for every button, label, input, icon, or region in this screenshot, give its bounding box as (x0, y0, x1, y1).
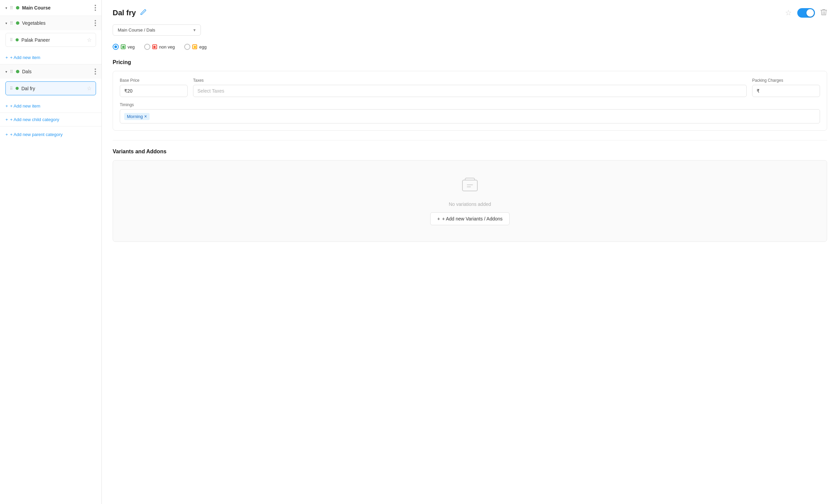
pricing-fields-row: Base Price Taxes Packing Charges (120, 78, 820, 97)
nonveg-radio[interactable] (144, 44, 150, 50)
base-price-input[interactable] (120, 85, 188, 97)
palak-paneer-drag: ⠿ (10, 38, 13, 42)
dals-items: ⠿ Dal fry ☆ (0, 79, 102, 101)
nonveg-label: non veg (159, 44, 175, 50)
pricing-card: Base Price Taxes Packing Charges Timings… (113, 71, 827, 130)
variants-empty-icon (460, 177, 479, 196)
add-item-vegetables-icon: + (5, 55, 8, 60)
category-dals: ▾ ⠿ Dals ⠿ Dal fry ☆ + + Add new item (0, 64, 102, 113)
taxes-label: Taxes (193, 78, 747, 83)
section-divider (113, 140, 827, 140)
food-type-row: veg non veg egg (113, 44, 827, 50)
taxes-input[interactable] (193, 85, 747, 97)
palak-paneer-dot (16, 38, 19, 41)
veg-radio[interactable] (113, 44, 119, 50)
item-title: Dal fry (113, 8, 136, 17)
sidebar: ▾ ⠿ Main Course ▾ ⠿ Vegetables ⠿ Palak P… (0, 0, 102, 504)
dal-fry-drag: ⠿ (10, 86, 13, 91)
add-variants-button[interactable]: + + Add new Variants / Addons (430, 212, 510, 225)
breadcrumb-chevron: ▾ (193, 28, 196, 33)
delete-icon[interactable] (820, 8, 827, 18)
dals-chevron[interactable]: ▾ (5, 70, 7, 74)
palak-paneer-star[interactable]: ☆ (87, 37, 92, 43)
add-child-label: + Add new child category (10, 117, 59, 122)
vegetables-more[interactable] (95, 20, 96, 26)
add-parent-label: + Add new parent category (10, 132, 63, 137)
menu-item-palak-paneer[interactable]: ⠿ Palak Paneer ☆ (5, 33, 96, 47)
food-type-nonveg[interactable]: non veg (144, 44, 175, 50)
veg-radio-inner (114, 46, 117, 48)
veg-icon (121, 44, 126, 49)
packing-group: Packing Charges (752, 78, 820, 97)
breadcrumb-dropdown[interactable]: Main Course / Dals ▾ (113, 24, 201, 36)
add-child-icon: + (5, 117, 8, 122)
item-header: Dal fry ☆ (113, 8, 827, 18)
add-item-dals-icon: + (5, 104, 8, 109)
main-category-dot (16, 6, 19, 10)
packing-input[interactable] (752, 85, 820, 97)
timings-group: Timings Morning × (120, 103, 820, 124)
food-type-egg[interactable]: egg (184, 44, 207, 50)
taxes-group: Taxes (193, 78, 747, 97)
pricing-section-title: Pricing (113, 59, 827, 66)
palak-paneer-name: Palak Paneer (21, 37, 84, 43)
vegetables-items: ⠿ Palak Paneer ☆ (0, 30, 102, 52)
dals-dot (16, 70, 19, 73)
add-item-vegetables-label: + Add new item (10, 55, 40, 60)
active-toggle[interactable] (797, 8, 815, 18)
category-vegetables: ▾ ⠿ Vegetables ⠿ Palak Paneer ☆ + + Add … (0, 16, 102, 64)
timing-tag-morning-remove[interactable]: × (144, 114, 147, 119)
egg-icon (192, 44, 197, 49)
add-parent-icon: + (5, 132, 8, 137)
main-category-chevron[interactable]: ▾ (5, 6, 7, 10)
breadcrumb-text: Main Course / Dals (118, 28, 155, 33)
vegetables-name: Vegetables (22, 20, 92, 26)
egg-label: egg (199, 44, 207, 50)
favorite-icon[interactable]: ☆ (785, 8, 792, 17)
base-price-group: Base Price (120, 78, 188, 97)
vegetables-dot (16, 21, 19, 25)
veg-label: veg (128, 44, 135, 50)
header-actions: ☆ (785, 8, 827, 18)
nonveg-icon (152, 44, 157, 49)
main-category-header[interactable]: ▾ ⠿ Main Course (0, 0, 102, 16)
timing-tag-morning-text: Morning (127, 114, 143, 119)
add-item-vegetables[interactable]: + + Add new item (0, 52, 102, 64)
dal-fry-star[interactable]: ☆ (87, 85, 92, 92)
timings-label: Timings (120, 103, 820, 107)
svg-rect-0 (462, 180, 477, 191)
variants-empty-text: No variations added (449, 201, 491, 207)
dal-fry-name: Dal fry (21, 86, 84, 91)
edit-icon[interactable] (140, 9, 146, 17)
dal-fry-dot (16, 87, 19, 90)
main-category-title: Main Course (22, 5, 92, 11)
add-variants-label: + Add new Variants / Addons (442, 216, 502, 221)
menu-item-dal-fry[interactable]: ⠿ Dal fry ☆ (5, 82, 96, 95)
category-dals-header[interactable]: ▾ ⠿ Dals (0, 65, 102, 79)
egg-radio[interactable] (184, 44, 190, 50)
add-child-category-btn[interactable]: + + Add new child category (0, 113, 102, 126)
vegetables-drag: ⠿ (10, 21, 13, 26)
base-price-label: Base Price (120, 78, 188, 83)
packing-label: Packing Charges (752, 78, 820, 83)
timings-input[interactable]: Morning × (120, 109, 820, 124)
vegetables-chevron[interactable]: ▾ (5, 21, 7, 25)
dals-drag: ⠿ (10, 69, 13, 74)
timing-tag-morning: Morning × (124, 113, 149, 120)
food-type-veg[interactable]: veg (113, 44, 135, 50)
dals-name: Dals (22, 69, 92, 74)
add-parent-category-btn[interactable]: + + Add new parent category (0, 126, 102, 142)
main-category-drag: ⠿ (10, 5, 13, 11)
add-item-dals[interactable]: + + Add new item (0, 101, 102, 113)
add-variants-icon: + (437, 216, 440, 221)
add-item-dals-label: + Add new item (10, 104, 40, 109)
variants-empty-state: No variations added + + Add new Variants… (113, 160, 827, 242)
main-category-more[interactable] (95, 5, 96, 11)
dals-more[interactable] (95, 69, 96, 75)
main-content: Dal fry ☆ Main Course / Dals ▾ (102, 0, 838, 504)
category-vegetables-header[interactable]: ▾ ⠿ Vegetables (0, 16, 102, 30)
variants-section-title: Variants and Addons (113, 148, 827, 155)
